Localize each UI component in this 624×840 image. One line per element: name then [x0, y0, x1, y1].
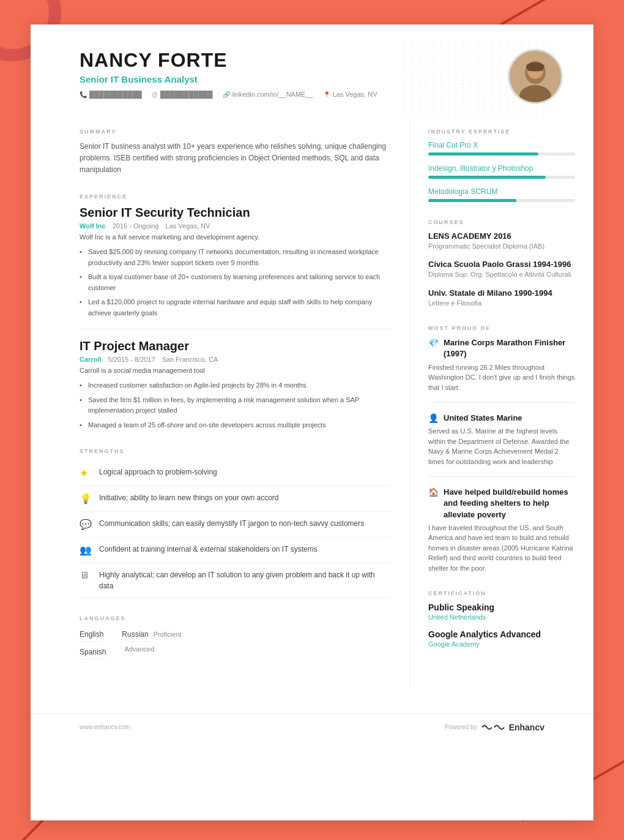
- course-title-3: Univ. Statale di Milano 1990-1994: [428, 288, 575, 298]
- bullet-2-1: Increased customer satisfaction on Agile…: [80, 380, 391, 391]
- monitor-icon: 🖥: [80, 570, 92, 582]
- certification-label: CERTIFICATION: [428, 590, 575, 596]
- proud-title-row-3: 🏠 Have helped build/rebuild homes and fe…: [428, 487, 575, 520]
- strength-text-1: Logical approach to problem-solving: [99, 467, 217, 478]
- experience-section: EXPERIENCE Senior IT Security Technician…: [80, 193, 391, 431]
- proud-text-1: Finished running 26.2 Miles throughout W…: [428, 362, 575, 393]
- footer-right: Powered by Enhancv: [445, 722, 544, 732]
- enhancv-brand: Enhancv: [509, 722, 544, 732]
- proud-title-1: Marine Corps Marathon Finisher (1997): [444, 337, 575, 359]
- course-sub-2: Diploma Sup. Org. Spettacolo e Attività …: [428, 270, 575, 279]
- linkedin-item[interactable]: 🔗 linkedin.com/in/__NAME__: [223, 91, 313, 98]
- house-icon: 🏠: [428, 487, 439, 497]
- proud-label: MOST PROUD OF: [428, 325, 575, 331]
- experience-label: EXPERIENCE: [80, 193, 391, 200]
- divider-proud-2: [428, 476, 575, 477]
- job-title-1: Senior IT Security Technician: [80, 206, 391, 220]
- job-title-2: IT Project Manager: [80, 339, 391, 353]
- course-sub-1: Programmatic Specialist Diploma (IAB): [428, 242, 575, 251]
- strengths-section: STRENGTHS ★ Logical approach to problem-…: [80, 448, 391, 598]
- person-icon: 👤: [428, 413, 439, 423]
- period-2: 5/2015 - 8/2017: [108, 356, 155, 363]
- resume-card: // Generate dots inline document.addEven…: [31, 24, 593, 820]
- proud-text-3: I have traveled throughout the US, and S…: [428, 523, 575, 574]
- phone-item: 📞 ███████████: [80, 91, 142, 98]
- courses-section: COURSES LENS ACADEMY 2016 Programmatic S…: [428, 219, 575, 308]
- footer-url: www.enhancv.com: [80, 724, 130, 730]
- linkedin-icon: 🔗: [223, 91, 230, 98]
- bullet-1-2: Built a loyal customer base of 20+ custo…: [80, 272, 391, 293]
- lang-english: English: [80, 628, 103, 642]
- course-title-2: Civica Scuola Paolo Grassi 1994-1996: [428, 260, 575, 269]
- strength-item-5: 🖥 Highly analytical; can develop an IT s…: [80, 563, 391, 598]
- email-text: ███████████: [160, 91, 213, 98]
- at-icon: @: [152, 91, 158, 98]
- skill-bar-bg-2: [428, 176, 575, 179]
- lang-english-name: English: [80, 628, 103, 642]
- summary-text: Senior IT business analyst with 10+ year…: [80, 141, 391, 176]
- cert-title-2: Google Analytics Advanced: [428, 629, 575, 639]
- proud-section: MOST PROUD OF 💎 Marine Corps Marathon Fi…: [428, 325, 575, 573]
- certification-section: CERTIFICATION Public Speaking United Net…: [428, 590, 575, 648]
- lang-russian: Russian Proficient: [122, 628, 181, 642]
- summary-section: SUMMARY Senior IT business analyst with …: [80, 129, 391, 176]
- strength-text-4: Confident at training internal & externa…: [99, 544, 318, 555]
- strength-text-5: Highly analytical; can develop an IT sol…: [99, 569, 391, 591]
- phone-text: ███████████: [89, 91, 142, 98]
- bullet-2-2: Saved the firm $1 million in fees, by im…: [80, 395, 391, 416]
- cert-item-1: Public Speaking United Netherlands: [428, 602, 575, 621]
- industry-label: INDUSTRY EXPERTISE: [428, 129, 575, 135]
- skill-bar-bg-1: [428, 152, 575, 156]
- star-icon: ★: [80, 467, 92, 479]
- job-meta-2: Carroll 5/2015 - 8/2017 San Francisco, C…: [80, 356, 391, 363]
- course-item-2: Civica Scuola Paolo Grassi 1994-1996 Dip…: [428, 260, 575, 279]
- languages-section: LANGUAGES English Russian Proficient Spa…: [80, 615, 391, 659]
- bulb-icon: 💡: [80, 493, 92, 505]
- lang-spanish: Spanish: [80, 645, 106, 659]
- bullet-1-3: Led a $120,000 project to upgrade intern…: [80, 297, 391, 318]
- right-column: INDUSTRY EXPERTISE Final Cut Pro X Indes…: [410, 116, 593, 689]
- proud-item-3: 🏠 Have helped build/rebuild homes and fe…: [428, 487, 575, 573]
- bullet-2-3: Managed a team of 25 off-shore and on-si…: [80, 420, 391, 431]
- cert-title-1: Public Speaking: [428, 602, 575, 612]
- left-column: SUMMARY Senior IT business analyst with …: [31, 116, 410, 689]
- languages-label: LANGUAGES: [80, 615, 391, 621]
- email-item: @ ███████████: [152, 91, 213, 98]
- skill-name-1: Final Cut Pro X: [428, 141, 575, 149]
- proud-title-3: Have helped build/rebuild homes and feed…: [444, 487, 575, 520]
- linkedin-text: linkedin.com/in/__NAME__: [232, 91, 313, 98]
- proud-title-row-2: 👤 United States Marine: [428, 413, 575, 424]
- course-sub-3: Lettere e Filosofia: [428, 299, 575, 308]
- strength-text-3: Communication skills; can easily demysti…: [99, 518, 364, 529]
- company-1: Wolf Inc: [80, 222, 106, 230]
- proud-title-row-1: 💎 Marine Corps Marathon Finisher (1997): [428, 337, 575, 359]
- proud-text-2: Served as U.S. Marine at the highest lev…: [428, 426, 575, 467]
- skill-bar-bg-3: [428, 199, 575, 202]
- bullet-1-1: Saved $25,000 by revising company IT net…: [80, 247, 391, 268]
- proud-item-2: 👤 United States Marine Served as U.S. Ma…: [428, 413, 575, 467]
- skill-bar-fill-3: [428, 199, 516, 202]
- proud-title-2: United States Marine: [444, 413, 522, 424]
- strength-text-2: Initiative; ability to learn new things …: [99, 492, 279, 503]
- lang-spanish-name: Spanish: [80, 645, 106, 659]
- languages-grid: English Russian Proficient: [80, 628, 391, 642]
- summary-label: SUMMARY: [80, 129, 391, 135]
- location-text: Las Vegas, NV: [333, 91, 377, 98]
- location-1: Las Vegas, NV: [166, 222, 210, 230]
- cert-org-1: United Netherlands: [428, 613, 575, 621]
- strength-item-1: ★ Logical approach to problem-solving: [80, 460, 391, 486]
- course-title-1: LENS ACADEMY 2016: [428, 231, 575, 241]
- divider-proud-1: [428, 402, 575, 403]
- company-2: Carroll: [80, 356, 101, 363]
- job-item-2: IT Project Manager Carroll 5/2015 - 8/20…: [80, 339, 391, 431]
- bullet-list-2: Increased customer satisfaction on Agile…: [80, 380, 391, 430]
- location-item: 📍 Las Vegas, NV: [323, 91, 377, 98]
- skill-name-3: Metodología SCRUM: [428, 187, 575, 196]
- skill-item-2: Indesign, Illustrator y Photoshop: [428, 164, 575, 179]
- skill-bar-fill-2: [428, 176, 546, 179]
- diamond-icon: 💎: [428, 338, 439, 348]
- job-desc-2: Carroll is a social media management too…: [80, 366, 391, 376]
- skill-item-1: Final Cut Pro X: [428, 141, 575, 156]
- location-icon: 📍: [323, 91, 330, 98]
- lang-spanish-level: Advanced: [124, 645, 154, 659]
